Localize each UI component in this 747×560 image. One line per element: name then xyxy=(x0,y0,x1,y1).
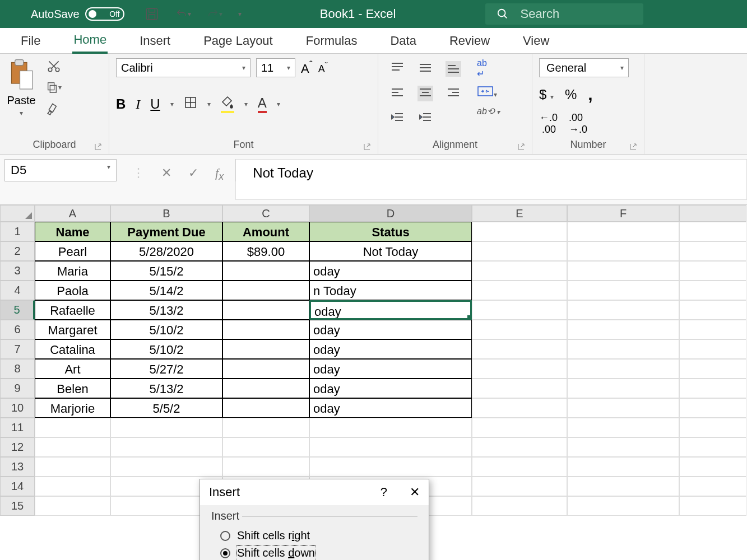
merge-center-icon[interactable]: ▾ xyxy=(477,86,500,99)
row-header[interactable]: 15 xyxy=(0,496,35,516)
comma-icon[interactable]: , xyxy=(588,85,592,104)
cell[interactable] xyxy=(679,437,746,457)
cell[interactable] xyxy=(110,418,222,437)
tab-review[interactable]: Review xyxy=(448,29,491,53)
cell[interactable]: oday xyxy=(309,398,472,418)
dialog-close-icon[interactable]: ✕ xyxy=(410,485,420,500)
cell[interactable]: $89.00 xyxy=(222,241,309,261)
cell[interactable] xyxy=(472,418,567,437)
orientation-icon[interactable]: ab⟲ ▾ xyxy=(477,106,500,116)
row-header[interactable]: 11 xyxy=(0,418,35,437)
cell[interactable]: oday xyxy=(309,379,472,398)
cell[interactable]: 5/27/2 xyxy=(110,359,222,379)
align-center-icon[interactable] xyxy=(417,86,433,101)
cell[interactable] xyxy=(567,398,679,418)
qat-customize-icon[interactable]: ▾ xyxy=(238,10,242,18)
cell[interactable] xyxy=(472,241,567,261)
col-header-e[interactable]: E xyxy=(472,205,567,222)
cell[interactable]: oday xyxy=(309,339,472,359)
cell[interactable]: 5/15/2 xyxy=(110,261,222,281)
select-all-corner[interactable] xyxy=(0,205,35,222)
copy-icon[interactable]: ▾ xyxy=(46,80,62,95)
cell[interactable] xyxy=(222,300,309,320)
bold-button[interactable]: B xyxy=(116,96,126,112)
cell[interactable] xyxy=(472,457,567,477)
cell[interactable]: 5/13/2 xyxy=(110,379,222,398)
cell[interactable] xyxy=(567,477,679,496)
number-launcher-icon[interactable] xyxy=(629,143,637,151)
cell[interactable] xyxy=(567,300,679,320)
cell[interactable]: 5/14/2 xyxy=(110,281,222,300)
decrease-decimal-icon[interactable]: .00→.0 xyxy=(569,112,587,136)
radio-shift-right[interactable]: Shift cells right xyxy=(211,527,417,544)
paste-dropdown-icon[interactable]: ▾ xyxy=(20,109,23,117)
italic-button[interactable]: I xyxy=(136,97,140,112)
cell[interactable] xyxy=(222,457,309,477)
cell[interactable]: Name xyxy=(35,222,110,241)
font-size-combo[interactable]: 11▾ xyxy=(256,58,295,77)
font-color-dropdown-icon[interactable]: ▾ xyxy=(277,100,280,108)
font-name-combo[interactable]: Calibri▾ xyxy=(116,58,250,77)
align-middle-icon[interactable] xyxy=(419,62,432,76)
align-top-icon[interactable] xyxy=(391,62,404,76)
row-header[interactable]: 6 xyxy=(0,320,35,339)
decrease-font-icon[interactable]: Aˇ xyxy=(318,60,328,75)
formula-input[interactable]: Not Today xyxy=(235,159,747,200)
row-header[interactable]: 10 xyxy=(0,398,35,418)
underline-dropdown-icon[interactable]: ▾ xyxy=(170,100,174,108)
row-header[interactable]: 7 xyxy=(0,339,35,359)
cell[interactable]: oday xyxy=(309,359,472,379)
increase-indent-icon[interactable] xyxy=(419,111,432,125)
cell[interactable] xyxy=(679,379,746,398)
cancel-formula-icon[interactable]: ✕ xyxy=(161,166,171,180)
row-header[interactable]: 4 xyxy=(0,281,35,300)
enter-formula-icon[interactable]: ✓ xyxy=(188,166,198,180)
cell[interactable] xyxy=(679,241,746,261)
cell[interactable] xyxy=(309,418,472,437)
cell[interactable] xyxy=(679,418,746,437)
cell[interactable] xyxy=(222,261,309,281)
cell[interactable] xyxy=(567,339,679,359)
cell[interactable]: Paola xyxy=(35,281,110,300)
fill-color-icon[interactable] xyxy=(221,95,234,113)
cell[interactable] xyxy=(567,496,679,516)
align-right-icon[interactable] xyxy=(447,87,460,100)
radio-shift-down[interactable]: Shift cells down xyxy=(211,544,417,560)
cell[interactable] xyxy=(679,339,746,359)
cell[interactable]: oday xyxy=(309,261,472,281)
borders-dropdown-icon[interactable]: ▾ xyxy=(207,100,211,108)
col-header-a[interactable]: A xyxy=(35,205,110,222)
cell[interactable]: Status xyxy=(309,222,472,241)
cell[interactable] xyxy=(309,437,472,457)
cell[interactable] xyxy=(110,457,222,477)
tab-view[interactable]: View xyxy=(522,29,550,53)
undo-icon[interactable]: ▾ xyxy=(175,6,191,22)
fx-icon[interactable]: fx xyxy=(215,166,224,183)
decrease-indent-icon[interactable] xyxy=(391,111,404,125)
clipboard-launcher-icon[interactable] xyxy=(94,143,102,151)
format-painter-icon[interactable] xyxy=(46,101,62,116)
cell[interactable] xyxy=(472,339,567,359)
cell[interactable]: Pearl xyxy=(35,241,110,261)
cell[interactable] xyxy=(679,261,746,281)
cell[interactable] xyxy=(567,379,679,398)
cell[interactable]: Art xyxy=(35,359,110,379)
cell[interactable]: Payment Due xyxy=(110,222,222,241)
cell[interactable] xyxy=(567,281,679,300)
cell[interactable] xyxy=(472,379,567,398)
tab-formulas[interactable]: Formulas xyxy=(305,29,359,53)
currency-icon[interactable]: $ ▾ xyxy=(539,87,554,102)
cell[interactable]: Amount xyxy=(222,222,309,241)
cell[interactable] xyxy=(567,261,679,281)
cell[interactable] xyxy=(35,457,110,477)
cell[interactable]: Rafaelle xyxy=(35,300,110,320)
cell[interactable] xyxy=(222,320,309,339)
font-launcher-icon[interactable] xyxy=(363,143,371,151)
cell[interactable] xyxy=(567,457,679,477)
search-input[interactable] xyxy=(520,7,632,21)
cell[interactable] xyxy=(309,457,472,477)
col-header-g[interactable] xyxy=(679,205,746,222)
row-header[interactable]: 9 xyxy=(0,379,35,398)
cell[interactable] xyxy=(472,437,567,457)
font-color-icon[interactable]: A xyxy=(258,95,267,113)
